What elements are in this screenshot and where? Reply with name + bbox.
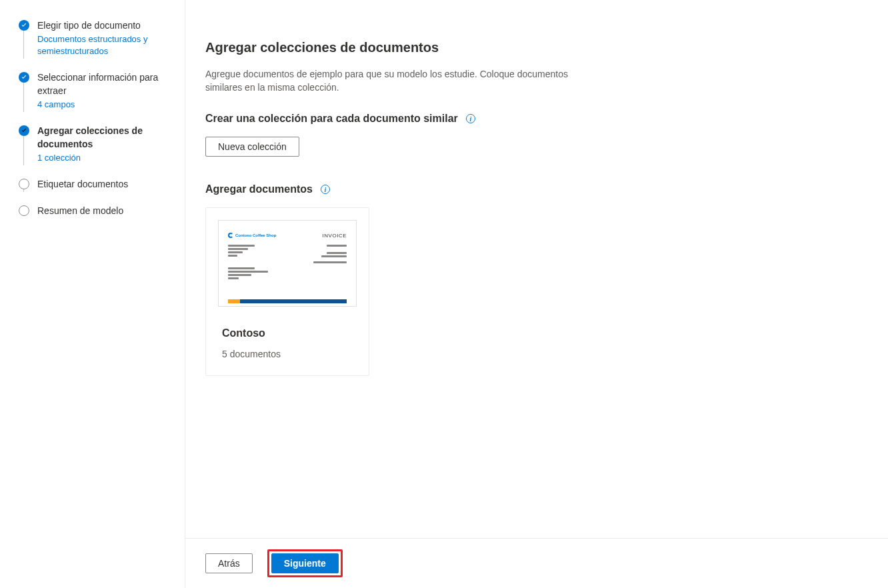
circle-icon <box>19 205 29 216</box>
circle-icon <box>19 179 29 189</box>
collection-card[interactable]: Contoso Coffee Shop INVOICE <box>205 207 369 376</box>
step-title: Elegir tipo de documento <box>37 19 171 32</box>
main-panel: Agregar colecciones de documentos Agregu… <box>185 0 888 588</box>
back-button[interactable]: Atrás <box>205 553 253 573</box>
step-sub: Documentos estructurados y semiestructur… <box>37 33 171 57</box>
check-icon <box>19 20 29 31</box>
page-description: Agregue documentos de ejemplo para que s… <box>205 67 579 94</box>
logo-icon <box>228 233 233 238</box>
step-select-info[interactable]: Seleccionar información para extraer 4 c… <box>19 72 171 125</box>
page-title: Agregar colecciones de documentos <box>205 40 868 55</box>
invoice-title: INVOICE <box>323 233 347 239</box>
step-title: Resumen de modelo <box>37 204 171 217</box>
info-icon[interactable]: i <box>321 185 330 194</box>
next-button-highlight: Siguiente <box>267 549 343 577</box>
step-model-summary[interactable]: Resumen de modelo <box>19 205 171 217</box>
check-icon <box>19 72 29 83</box>
step-sub: 1 colección <box>37 152 171 164</box>
section-label: Agregar documentos <box>205 183 313 195</box>
section-create-collection: Crear una colección para cada documento … <box>205 113 868 125</box>
step-add-collections[interactable]: Agregar colecciones de documentos 1 cole… <box>19 125 171 179</box>
step-title: Seleccionar información para extraer <box>37 71 171 97</box>
collection-thumbnail: Contoso Coffee Shop INVOICE <box>206 208 369 318</box>
section-add-documents: Agregar documentos i <box>205 183 868 195</box>
collection-name: Contoso <box>222 327 353 339</box>
step-sub: 4 campos <box>37 99 171 111</box>
step-title: Agregar colecciones de documentos <box>37 124 171 151</box>
new-collection-button[interactable]: Nueva colección <box>205 137 299 157</box>
invoice-preview: Contoso Coffee Shop INVOICE <box>218 220 357 307</box>
step-choose-doc-type[interactable]: Elegir tipo de documento Documentos estr… <box>19 20 171 72</box>
wizard-sidebar: Elegir tipo de documento Documentos estr… <box>0 0 185 588</box>
check-icon <box>19 125 29 136</box>
invoice-logo-text: Contoso Coffee Shop <box>235 233 276 237</box>
section-label: Crear una colección para cada documento … <box>205 113 458 125</box>
wizard-footer: Atrás Siguiente <box>185 538 888 588</box>
step-tag-documents[interactable]: Etiquetar documentos <box>19 179 171 205</box>
collection-doc-count: 5 documentos <box>222 349 353 359</box>
info-icon[interactable]: i <box>466 114 475 123</box>
step-title: Etiquetar documentos <box>37 177 171 191</box>
next-button[interactable]: Siguiente <box>271 553 339 573</box>
